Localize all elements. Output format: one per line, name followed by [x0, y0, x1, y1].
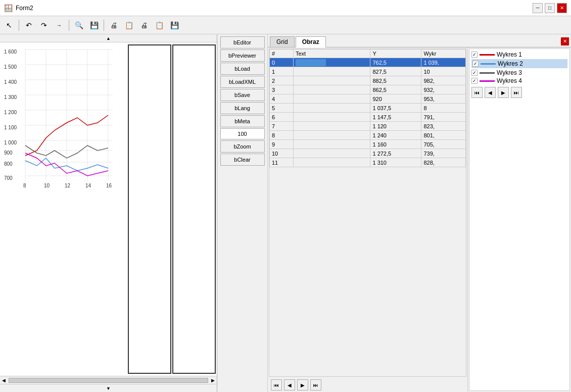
print2-button[interactable]: 🖨 — [137, 18, 151, 32]
h-scrollbar[interactable]: ◀ ▶ — [0, 376, 217, 384]
cell-text — [293, 85, 370, 94]
table-row[interactable]: 11 1 310 828, — [270, 158, 466, 167]
grid-next-button[interactable]: ▶ — [297, 379, 308, 390]
svg-text:1 500: 1 500 — [4, 64, 17, 70]
grid-prev-button[interactable]: ◀ — [284, 379, 295, 390]
cell-text — [293, 94, 370, 104]
bload-button[interactable]: bLoad — [220, 63, 265, 75]
table-row[interactable]: 6 1 147,5 791, — [270, 113, 466, 122]
table-row[interactable]: 10 1 272,5 739, — [270, 149, 466, 158]
scrollbar-thumb[interactable] — [9, 378, 208, 383]
save2-button[interactable]: 💾 — [167, 18, 181, 32]
cell-text — [293, 131, 370, 140]
cell-text — [293, 149, 370, 158]
forward-button[interactable]: → — [52, 18, 66, 32]
copy2-button[interactable]: 📋 — [152, 18, 166, 32]
beditor-button[interactable]: bEditor — [220, 36, 265, 48]
legend-item-3: ✓ Wykres 3 — [471, 69, 567, 76]
grid-table: # Text Y Wykr 0 762,5 1 039, — [269, 49, 466, 167]
bloadxml-button[interactable]: bLoadXML — [220, 76, 265, 88]
bmeta-button[interactable]: bMeta — [220, 115, 265, 127]
scroll-down-icon[interactable]: ▼ — [106, 386, 111, 391]
col-num: # — [270, 50, 294, 58]
tab-obraz[interactable]: Obraz — [296, 36, 326, 47]
chart-box-2 — [172, 44, 216, 374]
cell-y: 1 272,5 — [370, 149, 421, 158]
svg-text:8: 8 — [23, 183, 26, 188]
table-row[interactable]: 1 827,5 10 — [270, 67, 466, 76]
legend-check-3[interactable]: ✓ — [471, 70, 478, 76]
minimize-button[interactable]: ─ — [533, 3, 543, 13]
cell-y: 1 310 — [370, 158, 421, 167]
legend-next-button[interactable]: ▶ — [498, 87, 509, 98]
cell-w: 828, — [421, 158, 466, 167]
svg-text:1 400: 1 400 — [4, 79, 17, 85]
title-bar-left: 🪟 Form2 — [4, 4, 33, 12]
svg-text:1 600: 1 600 — [4, 49, 17, 55]
cell-num: 4 — [270, 94, 294, 104]
cell-num: 10 — [270, 149, 294, 158]
search-button[interactable]: 🔍 — [72, 18, 86, 32]
redo-button[interactable]: ↷ — [37, 18, 51, 32]
table-row[interactable]: 2 882,5 982, — [270, 76, 466, 85]
legend-item-4: ✓ Wykres 4 — [471, 77, 567, 84]
legend-nav: ⏮ ◀ ▶ ⏭ — [471, 85, 567, 100]
bsave-button[interactable]: bSave — [220, 89, 265, 101]
cell-y: 882,5 — [370, 76, 421, 85]
table-row[interactable]: 4 920 953, — [270, 94, 466, 104]
grid-last-button[interactable]: ⏭ — [310, 379, 321, 390]
table-row[interactable]: 7 1 120 823, — [270, 122, 466, 131]
table-row[interactable]: 8 1 240 801, — [270, 131, 466, 140]
table-row[interactable]: 0 762,5 1 039, — [270, 58, 466, 67]
top-tab-bar: Grid Obraz ✕ — [268, 34, 571, 47]
chart-inner: 1 600 1 500 1 400 1 300 1 200 1 100 1 00… — [0, 42, 217, 376]
svg-text:1 000: 1 000 — [4, 140, 17, 145]
grid-first-button[interactable]: ⏮ — [271, 379, 282, 390]
chart-scroll-bottom[interactable]: ▼ — [0, 384, 217, 392]
panel-close-button[interactable]: ✕ — [561, 37, 569, 45]
maximize-button[interactable]: □ — [545, 3, 555, 13]
bpreviewer-button[interactable]: bPreviewer — [220, 50, 265, 62]
chart-right-boxes — [127, 42, 217, 376]
legend-color-3 — [480, 72, 495, 74]
cell-y: 1 147,5 — [370, 113, 421, 122]
copy-button[interactable]: 📋 — [122, 18, 136, 32]
print-button[interactable]: 🖨 — [107, 18, 121, 32]
save-button[interactable]: 💾 — [87, 18, 101, 32]
cell-y: 862,5 — [370, 85, 421, 94]
tab-grid[interactable]: Grid — [270, 36, 295, 47]
table-row[interactable]: 9 1 160 705, — [270, 140, 466, 149]
chart-scroll-top[interactable]: ▲ — [0, 34, 217, 42]
cell-w: 705, — [421, 140, 466, 149]
undo-button[interactable]: ↶ — [22, 18, 36, 32]
cell-text — [293, 58, 370, 67]
table-row[interactable]: 5 1 037,5 8 — [270, 104, 466, 113]
right-data-panel: Grid Obraz ✕ # Text Y Wykr — [268, 34, 571, 392]
blang-button[interactable]: bLang — [220, 102, 265, 114]
scroll-up-icon[interactable]: ▲ — [106, 36, 111, 41]
table-row[interactable]: 3 862,5 932, — [270, 85, 466, 94]
legend-prev-button[interactable]: ◀ — [485, 87, 496, 98]
col-y: Y — [370, 50, 421, 58]
legend-last-button[interactable]: ⏭ — [511, 87, 522, 98]
data-grid[interactable]: # Text Y Wykr 0 762,5 1 039, — [269, 48, 466, 377]
legend-check-4[interactable]: ✓ — [471, 78, 478, 84]
toolbar-separator-2 — [69, 20, 69, 31]
cell-num: 1 — [270, 67, 294, 76]
legend-check-2[interactable]: ✓ — [472, 61, 479, 67]
cell-y: 1 120 — [370, 122, 421, 131]
scroll-left-icon[interactable]: ◀ — [0, 378, 8, 383]
cursor-tool-button[interactable]: ↖ — [2, 18, 16, 32]
close-button[interactable]: ✕ — [557, 3, 567, 13]
bclear-button[interactable]: bClear — [220, 154, 265, 166]
legend-check-1[interactable]: ✓ — [471, 52, 478, 58]
zoom-input[interactable] — [220, 128, 265, 139]
chart-section: ▲ 1 600 1 500 1 400 1 300 1 200 1 100 1 … — [0, 34, 217, 392]
svg-text:700: 700 — [4, 175, 13, 181]
bzoom-button[interactable]: bZoom — [220, 140, 265, 153]
col-text: Text — [293, 50, 370, 58]
legend-label-2: Wykres 2 — [498, 60, 523, 67]
cell-text — [293, 104, 370, 113]
legend-first-button[interactable]: ⏮ — [471, 87, 483, 98]
scroll-right-icon[interactable]: ▶ — [209, 378, 217, 383]
